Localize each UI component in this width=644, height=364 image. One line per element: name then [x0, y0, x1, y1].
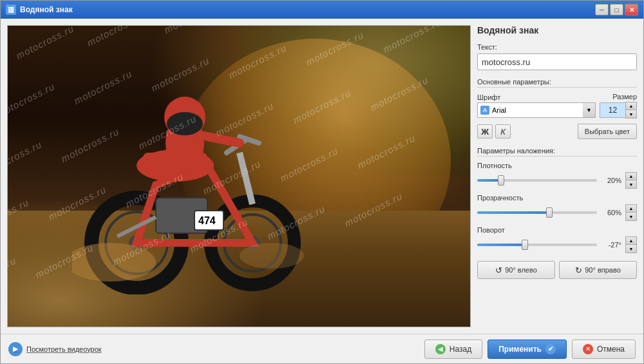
transparency-spin: ▲ ▼	[625, 204, 637, 221]
title-bar: 🖼 Водяной знак ─ □ ✕	[1, 1, 643, 19]
minimize-button[interactable]: ─	[595, 4, 609, 15]
density-up-button[interactable]: ▲	[626, 173, 636, 180]
transparency-group: Прозрачность 60% ▲ ▼	[477, 194, 637, 221]
rotation-fill	[477, 244, 525, 246]
transparency-value: 60%	[601, 209, 621, 216]
rotate-right-icon: ↻	[575, 265, 582, 275]
back-button[interactable]: ◀ Назад	[424, 340, 482, 359]
density-thumb[interactable]	[498, 175, 504, 186]
text-field-group: Текст:	[477, 43, 637, 70]
rotation-thumb[interactable]	[522, 240, 528, 250]
bottom-actions: ◀ Назад Применить ✔ ✕ Отмена	[424, 340, 636, 359]
font-label: Шрифт	[477, 93, 596, 101]
bold-button[interactable]: Ж	[477, 124, 493, 139]
density-value: 20%	[601, 177, 621, 184]
cancel-label: Отмена	[597, 345, 625, 354]
apply-button[interactable]: Применить ✔	[488, 340, 567, 359]
transparency-up-button[interactable]: ▲	[626, 205, 636, 213]
size-spin: ▲ ▼	[625, 102, 637, 119]
watermark-text-input[interactable]	[477, 53, 637, 70]
back-label: Назад	[450, 345, 471, 354]
size-up-button[interactable]: ▲	[626, 102, 636, 110]
svg-point-20	[240, 243, 304, 269]
size-input[interactable]	[600, 102, 625, 118]
video-tutorial-link[interactable]: ▶ Посмотреть видеоурок	[8, 342, 102, 356]
transparency-track	[477, 211, 597, 214]
size-label: Размер	[612, 93, 637, 101]
rotation-slider[interactable]	[477, 238, 597, 251]
transparency-label: Прозрачность	[477, 194, 637, 202]
cancel-icon: ✕	[583, 344, 593, 354]
density-slider[interactable]	[477, 174, 597, 187]
bottom-bar: ▶ Посмотреть видеоурок ◀ Назад Применить…	[1, 334, 643, 363]
main-window: 🖼 Водяной знак ─ □ ✕	[0, 0, 644, 364]
apply-label: Применить	[498, 345, 542, 354]
window-icon: 🖼	[6, 5, 16, 15]
bike-svg: 474	[72, 69, 317, 294]
transparency-slider[interactable]	[477, 206, 597, 219]
window-title: Водяной знак	[20, 5, 595, 14]
rotate-left-button[interactable]: ↺ 90° влево	[477, 261, 555, 279]
font-select-display[interactable]: A Arial	[477, 102, 583, 118]
italic-button[interactable]: К	[495, 124, 511, 139]
rotate-right-button[interactable]: ↻ 90° вправо	[559, 261, 637, 279]
close-button[interactable]: ✕	[625, 4, 638, 15]
overlay-params-title: Параметры наложения:	[477, 147, 637, 157]
video-link-label: Посмотреть видеоурок	[26, 345, 102, 353]
window-controls: ─ □ ✕	[595, 4, 638, 15]
size-down-button[interactable]: ▼	[626, 110, 636, 118]
size-field: ▲ ▼	[600, 102, 637, 119]
apply-icon: ✔	[545, 344, 556, 354]
transparency-fill	[477, 211, 549, 214]
font-icon: A	[480, 106, 489, 115]
svg-text:474: 474	[198, 215, 216, 226]
settings-panel: Водяной знак Текст: Основные параметры: …	[477, 25, 637, 327]
back-icon: ◀	[435, 344, 446, 354]
transparency-down-button[interactable]: ▼	[626, 213, 636, 220]
transparency-thumb[interactable]	[546, 207, 553, 218]
font-dropdown-arrow[interactable]: ▼	[583, 102, 596, 118]
font-value: Arial	[492, 106, 506, 114]
text-label: Текст:	[477, 43, 637, 51]
moto-scene: 474 motocross.rumotocross.rumotocross.ru…	[8, 26, 470, 327]
rotate-buttons: ↺ 90° влево ↻ 90° вправо	[477, 261, 637, 279]
font-row: Шрифт A Arial ▼ Размер ▲	[477, 93, 637, 119]
rotation-track	[477, 244, 597, 246]
rotate-left-icon: ↺	[495, 265, 502, 275]
density-track	[477, 179, 597, 182]
preview-panel: 474 motocross.rumotocross.rumotocross.ru…	[7, 25, 471, 327]
color-picker-button[interactable]: Выбрать цвет	[578, 124, 637, 139]
font-select[interactable]: A Arial ▼	[477, 102, 596, 118]
svg-point-16	[167, 112, 203, 135]
style-buttons: Ж К	[477, 124, 511, 139]
rotation-value: -27°	[601, 241, 621, 249]
rotation-down-button[interactable]: ▼	[626, 245, 636, 253]
density-label: Плотность	[477, 162, 637, 169]
rotation-spin: ▲ ▼	[625, 236, 637, 253]
rotation-up-button[interactable]: ▲	[626, 237, 636, 245]
rotation-group: Поворот -27° ▲ ▼	[477, 226, 637, 253]
rotate-left-label: 90° влево	[505, 266, 537, 274]
density-group: Плотность 20% ▲ ▼	[477, 162, 637, 189]
basic-params-title: Основные параметры:	[477, 78, 637, 88]
panel-title: Водяной знак	[477, 25, 637, 38]
content-area: 474 motocross.rumotocross.rumotocross.ru…	[1, 19, 643, 334]
style-row: Ж К Выбрать цвет	[477, 124, 637, 139]
cancel-button[interactable]: ✕ Отмена	[572, 340, 636, 359]
rotation-slider-row: -27° ▲ ▼	[477, 236, 637, 253]
transparency-slider-row: 60% ▲ ▼	[477, 204, 637, 221]
density-spin: ▲ ▼	[625, 172, 637, 189]
rotation-label: Поворот	[477, 226, 637, 234]
video-icon: ▶	[8, 342, 23, 356]
maximize-button[interactable]: □	[610, 4, 623, 15]
svg-point-19	[72, 243, 156, 282]
rotate-right-label: 90° вправо	[585, 266, 621, 274]
density-down-button[interactable]: ▼	[626, 180, 636, 188]
density-slider-row: 20% ▲ ▼	[477, 172, 637, 189]
